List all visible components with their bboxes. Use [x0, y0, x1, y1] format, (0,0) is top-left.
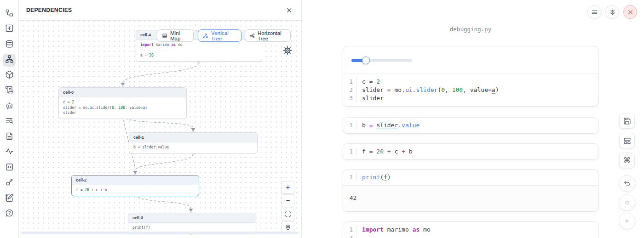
keyboard-shortcuts-button[interactable]: ⌘ — [619, 153, 635, 168]
shutdown-button[interactable] — [623, 5, 637, 19]
stop-icon — [623, 199, 631, 206]
gear-icon — [282, 45, 293, 56]
view-button-vertical-tree[interactable]: Vertical Tree — [198, 29, 242, 42]
cell-output-slider — [343, 46, 598, 74]
mini-map-icon — [162, 33, 167, 39]
notebook-cell: 1 f = 20 + c + b — [343, 143, 598, 160]
code-editor[interactable]: b = slider.value — [357, 121, 598, 130]
notebook-cell: 1 2 import marimo as mo — [343, 221, 598, 238]
graph-settings-button[interactable] — [282, 45, 293, 56]
horizontal-tree-icon — [250, 33, 255, 39]
save-button[interactable] — [619, 113, 635, 129]
package-icon — [5, 70, 14, 81]
notebook-cell: 1 2 3 c = 2 slider = mo.ui.slider(0, 100… — [343, 46, 598, 107]
view-button-mini-map[interactable]: Mini Map — [157, 29, 194, 42]
vertical-tree-icon — [203, 33, 208, 39]
notebook-area: debugging.py 1 2 3 c = 2 slider = mo.ui.… — [302, 0, 644, 238]
notebook-pen-icon — [5, 193, 14, 204]
node-title: cell-2 — [72, 176, 199, 185]
dependency-graph-canvas[interactable]: cell-4 import marimo as mo a = 20 cell-0… — [19, 21, 301, 235]
slider-handle[interactable] — [362, 57, 370, 64]
notebook-filename: debugging.py — [343, 26, 598, 33]
notebook-cell: 1 print(f) 42 — [343, 169, 598, 212]
panel-header: DEPENDENCIES — [19, 0, 301, 21]
close-icon — [286, 7, 293, 14]
node-code: f = 20 + c + b — [72, 185, 199, 196]
rail-item-secrets[interactable] — [3, 177, 16, 190]
play-icon — [623, 217, 631, 225]
file-tree-icon — [5, 9, 14, 19]
code-editor[interactable]: f = 20 + c + b — [357, 147, 598, 156]
panel-title: DEPENDENCIES — [26, 7, 72, 13]
text-search-icon — [5, 116, 14, 127]
line-numbers: 1 2 — [343, 226, 357, 238]
node-title: cell-3 — [128, 213, 256, 223]
rail-item-logs[interactable] — [3, 115, 16, 128]
run-button[interactable] — [619, 213, 635, 229]
network-icon — [5, 55, 14, 65]
rail-item-packages[interactable] — [3, 69, 16, 82]
rail-item-tracing[interactable] — [3, 146, 16, 159]
layout-button[interactable] — [619, 133, 635, 148]
save-icon — [623, 117, 631, 125]
function-square-icon — [5, 24, 14, 34]
menu-icon — [591, 9, 598, 16]
activity-rail — [0, 0, 19, 238]
close-panel-button[interactable] — [284, 5, 294, 15]
rail-item-help[interactable] — [3, 208, 16, 221]
line-numbers: 1 2 3 — [343, 78, 357, 102]
dependencies-panel: DEPENDENCIES — [19, 0, 302, 238]
stop-button[interactable] — [619, 194, 635, 211]
undo-icon — [623, 180, 631, 187]
gear-icon — [609, 9, 616, 16]
code-editor[interactable]: import marimo as mo — [357, 226, 598, 238]
close-icon — [627, 9, 634, 16]
line-numbers: 1 — [343, 147, 357, 156]
layout-icon — [623, 137, 631, 145]
rail-item-datasources[interactable] — [3, 38, 16, 51]
notebook-menu-button[interactable] — [587, 5, 601, 19]
slider-widget[interactable] — [351, 59, 412, 62]
graph-node-cell-0[interactable]: cell-0 c = 2 slider = mo.ui.slider(0, 10… — [58, 87, 187, 119]
notebook-cell: 1 b = slider.value — [343, 117, 598, 134]
graph-node-cell-1[interactable]: cell-1 b = slider.value — [129, 132, 258, 153]
code-editor[interactable]: print(f) — [357, 173, 598, 181]
notebook-settings-button[interactable] — [605, 5, 619, 19]
cell-console-output: 42 — [343, 185, 598, 211]
node-code: c = 2 slider = mo.ui.slider(0, 100, valu… — [59, 97, 186, 119]
help-chat-icon — [5, 209, 14, 219]
code-square-icon — [5, 163, 14, 173]
command-icon: ⌘ — [623, 157, 631, 164]
top-actions — [587, 5, 637, 19]
bot-chat-icon — [5, 101, 14, 112]
rail-item-ai-chat[interactable] — [3, 100, 16, 113]
undo-button[interactable] — [619, 175, 635, 192]
graph-node-cell-3[interactable]: cell-3 print(f) — [128, 213, 256, 234]
line-numbers: 1 — [343, 121, 357, 130]
database-icon — [5, 40, 14, 50]
fit-view-button[interactable] — [282, 208, 294, 221]
node-code: import marimo as mo a = 20 — [136, 40, 262, 61]
rail-item-scratchpad[interactable] — [3, 192, 16, 205]
line-numbers: 1 — [343, 173, 357, 181]
rail-item-snippets[interactable] — [3, 161, 16, 174]
rail-item-file-explorer[interactable] — [3, 7, 16, 20]
graph-node-cell-2[interactable]: cell-2 f = 20 + c + b — [71, 175, 199, 196]
key-icon — [5, 178, 14, 188]
zoom-out-button[interactable]: − — [282, 194, 294, 207]
rail-item-dependency-graph[interactable] — [3, 54, 16, 67]
node-code: b = slider.value — [129, 142, 257, 153]
code-editor[interactable]: c = 2 slider = mo.ui.slider(0, 100, valu… — [357, 78, 598, 102]
node-title: cell-1 — [129, 133, 257, 142]
node-title: cell-0 — [59, 88, 186, 97]
rail-item-documentation[interactable] — [3, 85, 16, 97]
rail-item-outline[interactable] — [3, 130, 16, 143]
fullscreen-icon — [285, 211, 291, 217]
file-text-icon — [5, 132, 14, 142]
view-button-horizontal-tree[interactable]: Horizontal Tree — [245, 29, 291, 42]
activity-icon — [5, 147, 14, 158]
rail-item-functions[interactable] — [3, 23, 16, 36]
horizontal-scrollbar[interactable] — [21, 232, 299, 234]
zoom-in-button[interactable]: + — [282, 181, 294, 194]
scroll-text-icon — [5, 85, 14, 96]
